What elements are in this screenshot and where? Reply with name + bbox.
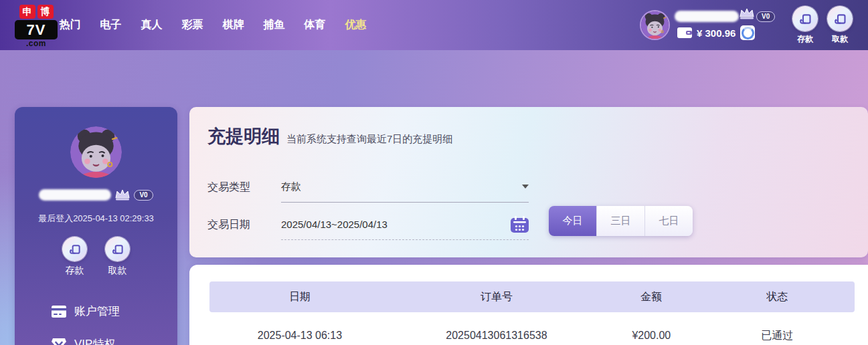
avatar-illustration (70, 126, 122, 178)
site-logo[interactable]: 申 博 7V .com (15, 5, 58, 47)
sidebar-deposit-label: 存款 (66, 265, 84, 277)
logo-badge-left: 申 (19, 5, 35, 19)
topbar-withdraw-button[interactable]: 取款 (827, 6, 853, 45)
nav-item-cards[interactable]: 棋牌 (222, 18, 244, 32)
sidebar-username-row: V0 (15, 189, 177, 201)
sidebar-deposit-button[interactable]: 存款 (62, 237, 87, 277)
logo-text: 7V (15, 20, 58, 39)
table-row: 2025-04-13 06:13 20250413061316538 ¥200.… (209, 312, 855, 345)
tab-seven-days[interactable]: 七日 (644, 206, 693, 236)
nav-item-sports[interactable]: 体育 (304, 18, 326, 32)
refresh-balance-button[interactable] (740, 25, 755, 40)
filter-panel: 充提明细 当前系统支持查询最近7日的充提明细 交易类型 存款 交易日期 2025… (189, 107, 868, 257)
transaction-date-label: 交易日期 (207, 218, 250, 232)
last-login-text: 最后登入2025-04-13 02:29:33 (15, 213, 177, 225)
tab-today[interactable]: 今日 (549, 206, 596, 236)
sidebar-actions: 存款 取款 (15, 237, 177, 277)
username-redacted (39, 189, 111, 201)
logo-badge-right: 博 (37, 5, 54, 19)
column-header-order-no: 订单号 (390, 290, 603, 304)
balance-row: ¥ 300.96 (677, 25, 755, 40)
topbar-deposit-button[interactable]: 存款 (792, 6, 818, 45)
transaction-type-value: 存款 (281, 181, 301, 193)
column-header-date: 日期 (209, 290, 390, 304)
date-range-tabs: 今日 三日 七日 (549, 206, 693, 236)
username-redacted (675, 11, 739, 22)
bank-card-icon (52, 304, 66, 319)
nav-item-lottery[interactable]: 彩票 (181, 18, 203, 32)
transaction-date-input[interactable]: 2025/04/13~2025/04/13 (281, 209, 529, 240)
nav-item-slots[interactable]: 电子 (100, 18, 122, 32)
vip-level-badge: V0 (134, 190, 153, 201)
withdraw-icon (827, 6, 853, 31)
topbar-withdraw-label: 取款 (832, 33, 848, 45)
sidebar-item-label: VIP特权 (74, 336, 115, 345)
deposit-icon (792, 6, 818, 31)
nav-item-live[interactable]: 真人 (141, 18, 163, 32)
table-header-row: 日期 订单号 金额 状态 (209, 281, 855, 312)
logo-suffix: .com (15, 39, 58, 47)
sidebar-item-label: 账户管理 (74, 304, 120, 319)
column-header-amount: 金额 (603, 290, 700, 304)
logo-badges: 申 博 (15, 5, 58, 19)
page-subtitle: 当前系统支持查询最近7日的充提明细 (286, 133, 452, 146)
calendar-icon[interactable] (511, 216, 529, 233)
deposit-icon (62, 237, 87, 261)
page-title: 充提明细 (207, 124, 280, 148)
nav-item-hot[interactable]: 热门 (59, 18, 81, 32)
transaction-type-select[interactable]: 存款 (281, 171, 529, 203)
crown-icon (739, 7, 755, 23)
column-header-status: 状态 (700, 290, 855, 304)
main-nav: 热门 电子 真人 彩票 棋牌 捕鱼 体育 优惠 (59, 0, 367, 50)
balance-amount: ¥ 300.96 (697, 27, 735, 39)
tab-three-days[interactable]: 三日 (596, 206, 644, 236)
wallet-icon (677, 27, 692, 38)
topbar-deposit-label: 存款 (797, 33, 813, 45)
sidebar-avatar[interactable] (70, 126, 122, 178)
sidebar-withdraw-button[interactable]: 取款 (105, 237, 130, 277)
records-panel: 日期 订单号 金额 状态 2025-04-13 06:13 2025041306… (189, 265, 868, 345)
sidebar-withdraw-label: 取款 (108, 265, 127, 277)
sidebar-item-vip[interactable]: VIP特权 (15, 328, 177, 345)
page-background: V0 最后登入2025-04-13 02:29:33 存款 (0, 50, 868, 345)
cell-status: 已通过 (700, 329, 855, 343)
avatar-illustration (641, 11, 669, 39)
transaction-type-label: 交易类型 (207, 181, 250, 195)
page-title-row: 充提明细 当前系统支持查询最近7日的充提明细 (189, 107, 868, 148)
crown-icon (114, 189, 131, 201)
refresh-icon (742, 27, 754, 39)
user-avatar[interactable] (640, 10, 670, 40)
cell-date: 2025-04-13 06:13 (209, 330, 390, 342)
sidebar: V0 最后登入2025-04-13 02:29:33 存款 (15, 107, 177, 345)
withdraw-icon (105, 237, 130, 261)
cell-amount: ¥200.00 (603, 330, 700, 342)
nav-item-promos[interactable]: 优惠 (345, 18, 367, 32)
topbar: 申 博 7V .com 热门 电子 真人 彩票 棋牌 捕鱼 体育 优惠 (0, 0, 868, 50)
sidebar-menu: 账户管理 VIP特权 红利红包 (15, 295, 177, 345)
vip-level-badge: V0 (756, 11, 775, 22)
vip-icon (52, 337, 66, 345)
sidebar-item-account[interactable]: 账户管理 (15, 295, 177, 328)
transaction-date-value: 2025/04/13~2025/04/13 (281, 219, 387, 230)
nav-item-fishing[interactable]: 捕鱼 (263, 18, 285, 32)
chevron-down-icon (522, 185, 529, 189)
cell-order-no: 20250413061316538 (390, 330, 603, 342)
